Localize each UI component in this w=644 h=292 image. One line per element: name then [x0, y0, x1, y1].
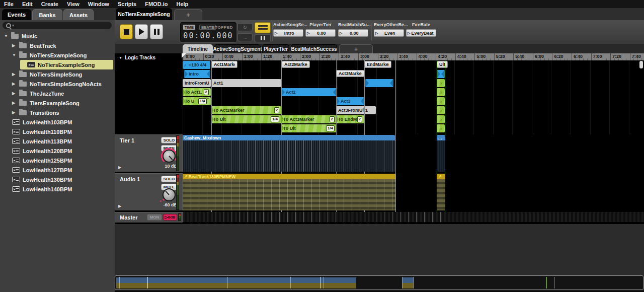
follow-cursor-button[interactable]: →: [237, 33, 253, 41]
monitor-button[interactable]: MON: [147, 214, 162, 221]
region-intro[interactable]: Intro: [184, 70, 210, 78]
audio-region-cashew-ult-slice[interactable]: ...: [437, 135, 445, 172]
track-expand-triangle-icon[interactable]: ▶: [118, 165, 121, 170]
tree-item-lowhealth127bpm[interactable]: LowHealth127BPM: [12, 165, 115, 175]
logic-tracks-header[interactable]: ▼ Logic Tracks: [119, 55, 155, 60]
timeline-overview[interactable]: [115, 275, 643, 290]
region-act3[interactable]: Act3: [336, 97, 364, 105]
marker-act1marker[interactable]: Act1Marker: [211, 61, 237, 68]
collapse-triangle-icon[interactable]: ▼: [119, 56, 122, 59]
parameter-value-box[interactable]: ▷EveryBeat: [406, 29, 436, 37]
menu-create[interactable]: Create: [41, 1, 58, 7]
menu-help[interactable]: Help: [176, 1, 188, 7]
tree-item-notierssimplesongnoacts[interactable]: ▶NoTiersSimpleSongNoActs: [12, 79, 115, 89]
marker-act2marker[interactable]: Act2Marker: [282, 61, 310, 68]
view-tab-beatmatchsuccess[interactable]: BeatMatchSuccess: [291, 44, 337, 53]
search-filter-caret-icon[interactable]: ▾: [12, 24, 14, 28]
add-view-tab-button[interactable]: +: [339, 44, 373, 53]
pause-button[interactable]: [150, 24, 163, 39]
tree-item-lowhealth130bpm[interactable]: LowHealth130BPM: [12, 175, 115, 184]
region-to-ult[interactable]: To Ult1/4: [281, 124, 337, 132]
caret-down-icon[interactable]: ▼: [12, 53, 19, 57]
tree-item-lowhealth110bpm[interactable]: LowHealth110BPM: [12, 127, 115, 136]
region-unnamed[interactable]: ○: [437, 106, 445, 114]
region-act3fromult1[interactable]: Act3FromUlt1: [336, 106, 376, 114]
view-tab-activesongsegment[interactable]: ActiveSongSegment: [214, 44, 261, 53]
audio-region-beattrack[interactable]: ↗BeatTrack130BPMNEW: [183, 174, 395, 210]
new-document-tab-button[interactable]: +: [174, 9, 202, 20]
solo-button-tier1[interactable]: SOLO: [161, 137, 177, 143]
tree-item-lowhealth113bpm[interactable]: LowHealth113BPM: [12, 136, 115, 146]
region-act1[interactable]: Act1: [211, 79, 281, 87]
region-introfromu[interactable]: IntroFromU: [183, 79, 211, 87]
region-130-4-4[interactable]: ♩=130 4/4: [183, 61, 210, 69]
caret-right-icon[interactable]: ▶: [12, 82, 19, 86]
region-to-act1[interactable]: To Act1.2: [183, 88, 211, 96]
tree-item-lowhealth103bpm[interactable]: LowHealth103BPM: [12, 117, 115, 127]
region-unnamed[interactable]: ○: [437, 97, 445, 105]
track-expand-triangle-icon[interactable]: ▶: [118, 204, 121, 208]
parameter-value-box[interactable]: ▷Even: [374, 29, 404, 37]
menu-scripts[interactable]: Scripts: [118, 1, 136, 7]
loop-playback-button[interactable]: ↻: [237, 23, 253, 31]
tree-item-tiersexamplesong[interactable]: ▶TiersExampleSong: [12, 98, 115, 108]
menu-view[interactable]: View: [67, 1, 79, 7]
track-header-audio1[interactable]: Audio 1 SOLO MUTE -60 dB ▶: [115, 173, 183, 210]
tree-item-lowhealth140bpm[interactable]: LowHealth140BPM: [12, 184, 115, 194]
region-to-u[interactable]: To U1/4°: [183, 97, 211, 105]
search-input[interactable]: ▾: [3, 22, 112, 29]
marker-act3marker[interactable]: Act3Marker: [336, 70, 364, 77]
browser-tab-events[interactable]: Events: [2, 9, 31, 20]
menu-fmod-io[interactable]: FMOD.io: [145, 1, 168, 7]
volume-knob-tier1[interactable]: [163, 150, 176, 163]
marker-endmarker[interactable]: EndMarker: [364, 61, 391, 68]
caret-right-icon[interactable]: ▶: [12, 101, 19, 105]
menu-file[interactable]: File: [4, 1, 14, 7]
volume-knob-audio1[interactable]: [163, 188, 176, 201]
tree-item-thejazztune[interactable]: ▶TheJazzTune: [12, 89, 115, 98]
menu-edit[interactable]: Edit: [22, 1, 33, 7]
tree-item-music[interactable]: ▼Music: [4, 31, 115, 41]
parameter-value-box[interactable]: ▷0.00: [338, 29, 368, 37]
tree-item-lowhealth120bpm[interactable]: LowHealth120BPM: [12, 146, 115, 156]
pause-cursors-button[interactable]: [255, 34, 271, 42]
marker-ult[interactable]: Ult: [437, 61, 448, 68]
tree-item-beattrack[interactable]: ▶BeatTrack: [12, 41, 115, 50]
playhead-flag[interactable]: [182, 53, 186, 58]
caret-right-icon[interactable]: ▶: [12, 72, 19, 77]
region-to-act3marker[interactable]: To Act3Marker2: [281, 115, 337, 123]
browser-tab-banks[interactable]: Banks: [32, 9, 62, 20]
track-header-master[interactable]: Master MON ▷0dB: [115, 212, 183, 223]
overlap-instruments-button[interactable]: [255, 22, 271, 33]
parameter-value-box[interactable]: ▷0.00: [305, 29, 336, 37]
master-gain-button[interactable]: ▷0dB: [163, 214, 177, 221]
caret-right-icon[interactable]: ▶: [12, 43, 19, 48]
region-unnamed[interactable]: ○: [437, 79, 445, 87]
view-tab-playertier[interactable]: PlayerTier: [262, 44, 289, 53]
tab-notiersexamplesong[interactable]: NoTiersExampleSong: [116, 8, 172, 20]
region-to-endm[interactable]: To EndM:2: [336, 115, 364, 123]
region-act2[interactable]: Act2: [281, 88, 337, 96]
region-to-ult[interactable]: To Ult1/4: [211, 115, 281, 123]
browser-tab-assets[interactable]: Assets: [63, 9, 94, 20]
caret-down-icon[interactable]: ▼: [4, 34, 11, 38]
tree-item-transitions[interactable]: ▶Transitions: [12, 108, 115, 117]
tree-item-notiersexamplesong[interactable]: NoTiersExampleSong: [20, 60, 113, 69]
region-unnamed[interactable]: ○: [437, 115, 445, 123]
tree-item-notierssimplesong[interactable]: ▶NoTiersSimpleSong: [12, 69, 115, 79]
tree-item-notiersexamplesong[interactable]: ▼NoTiersExampleSong: [12, 50, 115, 60]
view-tab-timeline[interactable]: Timeline: [183, 44, 213, 53]
region-unnamed[interactable]: [437, 70, 445, 78]
play-button[interactable]: [135, 24, 148, 39]
region-unnamed[interactable]: [365, 79, 393, 87]
stop-button[interactable]: [120, 24, 133, 39]
region-unnamed[interactable]: ○: [437, 88, 445, 96]
parameter-value-box[interactable]: ▷Intro: [273, 29, 303, 37]
audio-region-cashew[interactable]: Cashew_Mixdown: [183, 135, 395, 172]
audio-region-beattrack-ult-slice[interactable]: ↗: [437, 174, 445, 210]
master-track-lane[interactable]: [183, 212, 644, 222]
track-header-tier1[interactable]: Tier 1 SOLO MUTE 10 dB ▶: [115, 134, 183, 172]
caret-right-icon[interactable]: ▶: [12, 91, 19, 96]
solo-button-audio1[interactable]: SOLO: [161, 176, 177, 182]
tree-item-lowhealth125bpm[interactable]: LowHealth125BPM: [12, 156, 115, 165]
